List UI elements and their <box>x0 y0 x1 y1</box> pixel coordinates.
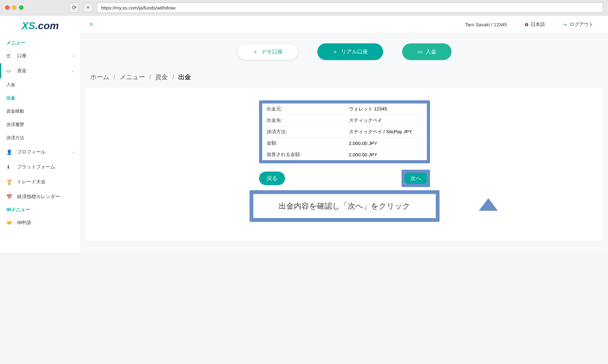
method-label: 決済方法: <box>262 126 345 138</box>
sidebar-label: 資金 <box>17 68 27 74</box>
download-icon: ⬇ <box>6 164 13 170</box>
maximize-icon[interactable] <box>19 5 23 10</box>
action-row: ＋ デモ口座 ＋ リアル口座 ▭ 入金 <box>81 34 608 70</box>
sidebar-label: プロフィール <box>17 149 46 155</box>
sidebar: XS.com メニュー ☰ 口座 ‹ ▭ 資金 ⌄ 入金 出金 資金移動 決済履… <box>0 16 81 253</box>
withdraw-details-table: 出金元: ウォレット 12345 出金先: スティックペイ 決済方法: スティッ… <box>262 104 427 160</box>
content-card: 出金元: ウォレット 12345 出金先: スティックペイ 決済方法: スティッ… <box>86 88 602 241</box>
back-button[interactable]: 戻る <box>259 172 285 185</box>
next-button[interactable]: 次へ <box>405 173 427 184</box>
minimize-icon[interactable] <box>12 5 16 10</box>
details-highlight: 出金元: ウォレット 12345 出金先: スティックペイ 決済方法: スティッ… <box>259 100 430 163</box>
to-label: 出金先: <box>262 115 345 126</box>
demo-account-button[interactable]: ＋ デモ口座 <box>237 43 298 60</box>
sidebar-item-methods[interactable]: 決済方法 <box>0 131 80 145</box>
ib-menu-header: IBメニュー <box>0 204 80 215</box>
chevron-down-icon: ⌄ <box>71 69 74 73</box>
sidebar-item-deposit[interactable]: 入金 <box>0 78 80 91</box>
sidebar-label: 口座 <box>17 53 27 59</box>
breadcrumb-funds[interactable]: 資金 <box>155 73 168 80</box>
sidebar-item-transfer[interactable]: 資金移動 <box>0 105 80 118</box>
table-row: 金額: 2,000.00 JPY <box>262 138 427 149</box>
amount-label: 金額: <box>262 138 345 149</box>
real-account-button[interactable]: ＋ リアル口座 <box>317 43 383 60</box>
sidebar-item-profile[interactable]: 👤 プロフィール ‹ <box>0 145 80 160</box>
credited-label: 加算される金額: <box>262 149 345 160</box>
chevron-left-icon: ‹ <box>73 150 74 154</box>
sidebar-item-platform[interactable]: ⬇ プラットフォーム <box>0 160 80 174</box>
wallet-icon: ▭ <box>6 68 13 74</box>
next-highlight: 次へ <box>402 170 430 187</box>
sidebar-item-account[interactable]: ☰ 口座 ‹ <box>0 48 80 63</box>
method-value: スティックペイ / SticPay JPY <box>345 126 427 138</box>
chevron-left-icon: ‹ <box>73 54 74 58</box>
plus-icon: ＋ <box>332 48 338 55</box>
japan-flag-icon <box>525 23 528 26</box>
traffic-lights <box>5 5 23 10</box>
sidebar-item-ib-apply[interactable]: 🤝 IB申請 <box>0 215 80 230</box>
breadcrumb-menu[interactable]: メニュー <box>120 73 145 80</box>
button-row: 戻る 次へ <box>259 170 430 187</box>
hamburger-icon[interactable]: ≡ <box>90 21 93 28</box>
plus-icon: ＋ <box>253 48 258 55</box>
new-tab-button[interactable]: + <box>83 3 93 13</box>
url-bar[interactable]: https://my.xs.com/ja/funds/withdraw <box>97 3 603 13</box>
callout-arrow-icon <box>479 198 498 211</box>
browser-chrome: ⟳ + https://my.xs.com/ja/funds/withdraw <box>0 0 608 16</box>
sidebar-label: 経済指標カレンダー <box>17 194 60 200</box>
sidebar-item-funds[interactable]: ▭ 資金 ⌄ <box>0 63 80 78</box>
sidebar-item-contest[interactable]: 🏆 トレード大会 <box>0 174 80 189</box>
calendar-icon: 📅 <box>6 194 13 200</box>
sidebar-item-history[interactable]: 決済履歴 <box>0 118 80 131</box>
sidebar-label: トレード大会 <box>17 179 46 185</box>
amount-value: 2,000.00 JPY <box>345 138 427 149</box>
deposit-button[interactable]: ▭ 入金 <box>402 43 452 60</box>
sidebar-label: プラットフォーム <box>17 164 55 170</box>
handshake-icon: 🤝 <box>6 220 13 226</box>
logout-button[interactable]: ↪ ログアウト <box>557 22 599 28</box>
from-value: ウォレット 12345 <box>345 104 427 115</box>
list-icon: ☰ <box>6 53 13 59</box>
logout-icon: ↪ <box>563 22 567 28</box>
breadcrumb-home[interactable]: ホーム <box>90 73 109 80</box>
menu-header: メニュー <box>0 37 80 48</box>
breadcrumb-current: 出金 <box>178 73 191 80</box>
table-row: 出金元: ウォレット 12345 <box>262 104 427 115</box>
table-row: 加算される金額: 2,000.00 JPY <box>262 149 427 160</box>
user-icon: 👤 <box>6 149 13 155</box>
topbar: ≡ Taro Sasaki / 12345 日本語 ↪ ログアウト <box>81 16 608 34</box>
from-label: 出金元: <box>262 104 345 115</box>
language-switcher[interactable]: 日本語 <box>519 22 551 28</box>
sidebar-item-withdraw[interactable]: 出金 <box>0 91 80 105</box>
logo: XS.com <box>0 20 80 32</box>
credited-value: 2,000.00 JPY <box>345 149 427 160</box>
user-info[interactable]: Taro Sasaki / 12345 <box>459 22 513 27</box>
trophy-icon: 🏆 <box>6 179 13 185</box>
to-value: スティックペイ <box>345 115 427 126</box>
table-row: 決済方法: スティックペイ / SticPay JPY <box>262 126 427 138</box>
refresh-button[interactable]: ⟳ <box>69 3 79 13</box>
sidebar-item-calendar[interactable]: 📅 経済指標カレンダー <box>0 189 80 204</box>
card-icon: ▭ <box>417 48 422 55</box>
sidebar-label: IB申請 <box>17 220 31 226</box>
table-row: 出金先: スティックペイ <box>262 115 427 126</box>
breadcrumb: ホーム / メニュー / 資金 / 出金 <box>81 70 608 88</box>
close-icon[interactable] <box>5 5 10 10</box>
instruction-callout: 出金内容を確認し「次へ」をクリック <box>250 190 440 222</box>
